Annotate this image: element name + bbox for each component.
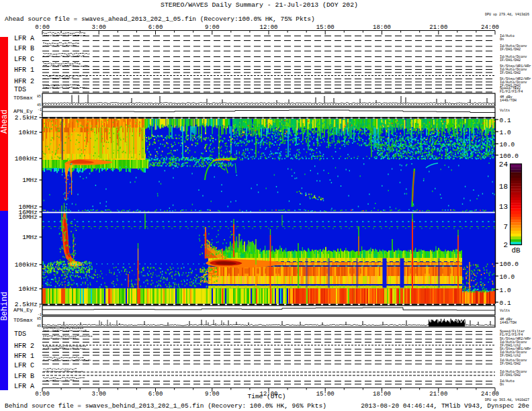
svg-text:LFR A: LFR A	[14, 383, 34, 390]
svg-text:6:00: 6:00	[148, 24, 163, 31]
svg-text:15:00: 15:00	[316, 24, 335, 31]
svg-text:85: 85	[37, 95, 41, 99]
svg-text:2.5kHz: 2.5kHz	[15, 114, 38, 122]
svg-text:TDS: TDS	[14, 86, 26, 93]
svg-text:24:00: 24:00	[481, 391, 499, 398]
svg-text:100.0: 100.0	[500, 261, 519, 268]
svg-text:12:00: 12:00	[259, 24, 277, 31]
svg-text:1449/TDH: 1449/TDH	[500, 99, 517, 103]
svg-text:LFR B: LFR B	[14, 45, 34, 52]
svg-text:HFR 2: HFR 2	[14, 342, 34, 350]
svg-text:1MHz: 1MHz	[22, 234, 38, 241]
svg-text:-1: -1	[39, 113, 43, 117]
svg-text:APN_Ey: APN_Ey	[13, 108, 33, 114]
svg-text:STEREO/WAVES Daily Summary - 2: STEREO/WAVES Daily Summary - 21-Jul-2013…	[161, 1, 358, 9]
svg-text:18: 18	[499, 183, 508, 191]
svg-text:DPU up 363.4d, V410d27: DPU up 363.4d, V410d27	[485, 398, 529, 402]
svg-text:45: 45	[37, 324, 41, 328]
svg-text:IF/DH1/DH2: IF/DH1/DH2	[500, 58, 521, 62]
svg-text:3:00: 3:00	[91, 391, 106, 398]
svg-text:On: On	[500, 38, 504, 42]
svg-text:24:00: 24:00	[481, 24, 499, 31]
svg-text:F1/F2/F3/F4: F1/F2/F3/F4	[500, 90, 523, 94]
svg-text:10.0: 10.0	[500, 141, 515, 148]
svg-text:IF/DH1/DH2: IF/DH1/DH2	[500, 48, 521, 52]
svg-text:100.0: 100.0	[500, 152, 519, 160]
svg-text:7: 7	[503, 223, 508, 231]
svg-text:45: 45	[37, 103, 41, 107]
svg-text:1449/TDH: 1449/TDH	[500, 321, 517, 325]
svg-text:On: On	[500, 383, 504, 387]
svg-text:100kHz: 100kHz	[15, 155, 38, 163]
svg-text:TDSmax: TDSmax	[13, 95, 33, 101]
svg-text:21:00: 21:00	[429, 24, 447, 31]
svg-text:1MHz: 1MHz	[22, 177, 38, 184]
svg-text:3:00: 3:00	[91, 24, 106, 31]
svg-text:LFR A: LFR A	[14, 35, 34, 42]
svg-text:10kHz: 10kHz	[18, 129, 38, 136]
svg-text:Behind: Behind	[0, 291, 9, 320]
svg-text:IF/DH1/DH2: IF/DH1/DH2	[500, 362, 521, 366]
svg-text:18:00: 18:00	[373, 24, 391, 31]
svg-text:6:00: 6:00	[148, 391, 163, 398]
svg-text:0.1: 0.1	[500, 117, 511, 124]
svg-text:TDS: TDS	[14, 330, 26, 338]
svg-text:Ahead source file = swaves_ahe: Ahead source file = swaves_ahead_2013_20…	[5, 15, 315, 23]
svg-text:9:00: 9:00	[205, 391, 220, 398]
svg-text:10MHz: 10MHz	[18, 214, 38, 221]
svg-text:85: 85	[37, 317, 41, 321]
svg-text:2013-08-20 04:46:44, TMlib V94: 2013-08-20 04:46:44, TMlib V943, Dynspec…	[361, 402, 529, 410]
svg-text:Behind source file = swaves_be: Behind source file = swaves_behind_2013_…	[5, 402, 326, 410]
svg-text:10kHz: 10kHz	[18, 285, 38, 293]
svg-text:Ahead: Ahead	[0, 109, 9, 134]
svg-text:IF/DH1/DH2: IF/DH1/DH2	[500, 71, 521, 75]
svg-text:10.0: 10.0	[500, 273, 515, 281]
svg-text:9:00: 9:00	[205, 24, 220, 31]
svg-text:HFR 1: HFR 1	[14, 353, 34, 360]
svg-text:24: 24	[499, 161, 508, 169]
svg-text:2.5kHz: 2.5kHz	[15, 301, 38, 308]
svg-text:0.1: 0.1	[500, 300, 511, 307]
svg-text:15:00: 15:00	[316, 391, 335, 398]
svg-text:IF/DH1/DH2: IF/DH1/DH2	[500, 373, 521, 377]
svg-text:13: 13	[499, 203, 508, 211]
svg-text:1.0: 1.0	[500, 287, 511, 294]
svg-text:HFR 2: HFR 2	[14, 78, 34, 85]
svg-text:DPU up 279.4d, V413d26: DPU up 279.4d, V413d26	[485, 13, 529, 17]
svg-text:Volts: Volts	[500, 109, 510, 113]
svg-text:LFR B: LFR B	[14, 373, 34, 380]
svg-text:LFR C: LFR C	[14, 362, 34, 369]
svg-text:0:00: 0:00	[35, 391, 50, 398]
svg-text:F1/F2/F3/F4: F1/F2/F3/F4	[500, 333, 523, 337]
svg-text:HFR 1: HFR 1	[14, 66, 34, 74]
svg-text:TDSmax: TDSmax	[13, 317, 33, 323]
svg-text:0:00: 0:00	[35, 24, 50, 31]
svg-text:21:00: 21:00	[429, 391, 447, 398]
svg-text:100kHz: 100kHz	[15, 261, 38, 269]
svg-text:-1: -1	[38, 108, 42, 112]
svg-text:dB: dB	[511, 246, 521, 255]
svg-text:IF/DH1/ch2: IF/DH1/ch2	[500, 354, 521, 358]
svg-text:18:00: 18:00	[373, 391, 391, 398]
svg-text:LFR C: LFR C	[14, 56, 34, 63]
svg-text:1.0: 1.0	[500, 129, 511, 136]
svg-text:2: 2	[503, 241, 508, 249]
svg-text:Time (UTC): Time (UTC)	[247, 393, 285, 400]
svg-text:Volts: Volts	[500, 309, 510, 313]
svg-text:z: z	[39, 305, 41, 309]
